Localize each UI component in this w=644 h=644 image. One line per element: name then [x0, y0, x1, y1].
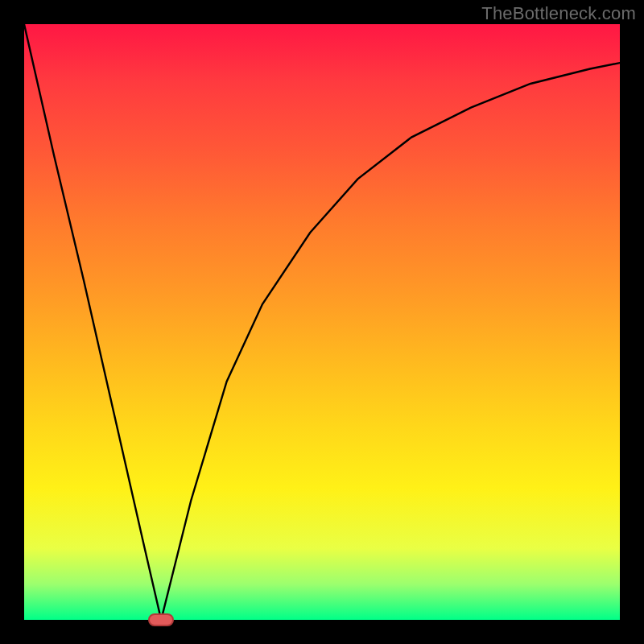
- curve-svg: [24, 24, 620, 620]
- curve-right-branch: [161, 63, 620, 620]
- highlight-marker: [148, 613, 174, 626]
- watermark-text: TheBottleneck.com: [481, 3, 636, 24]
- plot-area: [24, 24, 620, 620]
- curve-left-branch: [24, 24, 161, 620]
- chart-frame: TheBottleneck.com: [0, 0, 644, 644]
